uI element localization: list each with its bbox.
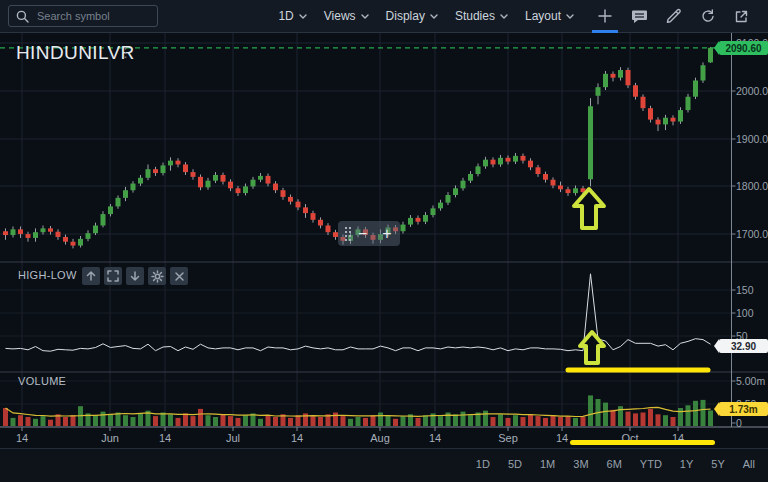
search-input[interactable]	[35, 9, 150, 23]
panel-settings-button[interactable]	[148, 267, 166, 285]
time-axis-label: 14	[291, 432, 303, 444]
range-3m[interactable]: 3M	[573, 458, 588, 470]
axis-value-label: 0	[736, 417, 742, 429]
symbol-title: HINDUNILVR	[16, 42, 135, 64]
highlow-panel-label: HIGH-LOW	[18, 269, 77, 281]
zoom-out-button[interactable]: −	[358, 226, 367, 242]
axis-value-label: 1800.00	[736, 180, 768, 192]
axis-value-label: 2000.00	[736, 85, 768, 97]
menu-display[interactable]: Display	[386, 9, 438, 23]
arrow-up-icon	[85, 270, 97, 282]
add-comparison-button[interactable]	[592, 0, 618, 33]
time-axis-label: 14	[16, 432, 28, 444]
range-selector: 1D5D1M3M6MYTD1Y5YAll	[476, 458, 755, 470]
gear-icon	[151, 270, 164, 283]
axis-value-label: 1900.00	[736, 133, 768, 145]
export-icon	[734, 9, 749, 24]
axis-value-label: 1700.00	[736, 228, 768, 240]
time-axis-label: 14	[429, 432, 441, 444]
arrow-down-icon	[129, 270, 141, 282]
panel-expand-button[interactable]	[104, 267, 122, 285]
comment-icon	[631, 9, 648, 24]
menu-layout[interactable]: Layout	[525, 9, 574, 23]
highlow-panel-toolbar	[82, 267, 188, 285]
symbol-search[interactable]	[8, 5, 158, 27]
chevron-down-icon	[299, 14, 307, 19]
highlow-value-badge: 32.90	[719, 339, 768, 353]
plus-icon	[597, 8, 613, 24]
chevron-down-icon	[361, 14, 369, 19]
axis-value-label: 100	[736, 307, 754, 319]
time-axis-label: 14	[556, 432, 568, 444]
annotation-button[interactable]	[626, 0, 652, 33]
trading-app: 1D Views Display Studies Layout	[0, 0, 768, 482]
panel-move-down-button[interactable]	[126, 267, 144, 285]
panel-move-up-button[interactable]	[82, 267, 100, 285]
range-1d[interactable]: 1D	[476, 458, 490, 470]
draw-button[interactable]	[660, 0, 686, 33]
range-5y[interactable]: 5Y	[711, 458, 724, 470]
top-toolbar: 1D Views Display Studies Layout	[0, 0, 768, 33]
toolbar-icon-group	[584, 0, 754, 33]
export-button[interactable]	[728, 0, 754, 33]
pencil-icon	[665, 8, 681, 24]
expand-icon	[107, 270, 119, 282]
range-5d[interactable]: 5D	[508, 458, 522, 470]
periodicity-menu[interactable]: 1D	[278, 9, 306, 23]
drag-handle-icon[interactable]	[344, 225, 351, 242]
range-6m[interactable]: 6M	[607, 458, 622, 470]
annotation-underline-xaxis	[570, 440, 715, 445]
search-icon	[16, 10, 29, 23]
time-axis-label: 14	[159, 432, 171, 444]
zoom-widget: − +	[338, 221, 400, 246]
range-all[interactable]: All	[743, 458, 755, 470]
chevron-down-icon	[566, 14, 574, 19]
range-1m[interactable]: 1M	[540, 458, 555, 470]
volume-panel-label: VOLUME	[18, 375, 66, 387]
time-axis-label: Aug	[370, 432, 390, 444]
time-axis-label: Jun	[101, 432, 119, 444]
panel-close-button[interactable]	[170, 267, 188, 285]
bottom-bar: 1D5D1M3M6MYTD1Y5YAll	[0, 448, 768, 482]
axis-value-label: 150	[736, 284, 754, 296]
time-axis-label: Sep	[498, 432, 518, 444]
refresh-button[interactable]	[694, 0, 720, 33]
annotation-arrow-main	[574, 189, 604, 228]
refresh-icon	[700, 9, 715, 24]
annotation-arrow-highlow	[580, 332, 604, 363]
menu-views[interactable]: Views	[324, 9, 369, 23]
volume-value-badge: 1.73m	[719, 402, 768, 416]
chevron-down-icon	[430, 14, 438, 19]
chevron-down-icon	[500, 14, 508, 19]
range-ytd[interactable]: YTD	[640, 458, 662, 470]
current-price-badge: 2090.60	[719, 41, 768, 55]
menu-studies[interactable]: Studies	[455, 9, 508, 23]
axis-value-label: 5.00m	[736, 375, 765, 387]
symbol-menu-kebab-icon[interactable]: ⋮	[119, 45, 132, 60]
close-icon	[174, 271, 185, 282]
time-axis-label: Jul	[226, 432, 240, 444]
periodicity-label: 1D	[278, 9, 293, 23]
zoom-in-button[interactable]: +	[382, 226, 391, 242]
range-1y[interactable]: 1Y	[680, 458, 693, 470]
